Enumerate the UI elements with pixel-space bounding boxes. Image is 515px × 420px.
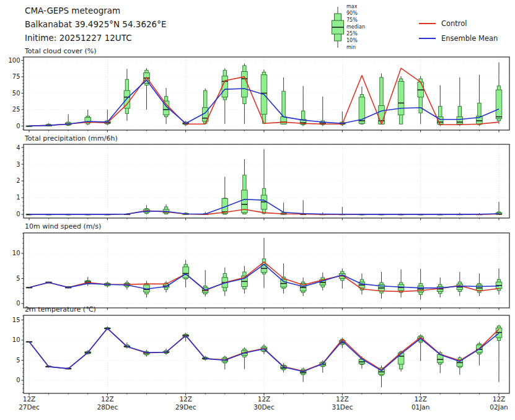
box-25-75 (320, 279, 326, 285)
control-line-sample (419, 23, 436, 24)
box-25-75 (124, 284, 130, 286)
box-25-75 (202, 108, 208, 121)
panel-cloud-cover: 0255075100 (8, 57, 509, 133)
box-25-75 (26, 342, 32, 343)
box-10-90 (478, 214, 481, 215)
boxplot (281, 263, 287, 294)
boxplot (105, 281, 111, 287)
box-25-75 (320, 214, 326, 215)
box-10-90 (301, 213, 304, 214)
box-10-90 (497, 326, 500, 340)
boxplot (300, 367, 306, 382)
boxplot (496, 268, 502, 294)
panel-title-precipitation: Total precipitation (mm/6h) (25, 134, 118, 142)
boxplot (144, 350, 150, 357)
legend-ensemble-mean-label: Ensemble Mean (441, 34, 498, 43)
box-10-90 (86, 116, 89, 125)
boxplot (26, 214, 32, 215)
box-25-75 (261, 75, 267, 115)
box-10-90 (184, 334, 187, 337)
boxplot (26, 287, 32, 288)
boxplot (222, 68, 228, 124)
boxplot (359, 273, 365, 294)
box-25-75 (105, 328, 111, 328)
meteogram: 025507510001234051005101512Z27Dec12Z28De… (0, 0, 515, 420)
box-10-90 (282, 212, 285, 214)
box-10-90 (380, 368, 383, 375)
y-tick-label: 5 (16, 357, 20, 364)
box-10-90 (341, 339, 344, 344)
boxplot (85, 350, 91, 354)
box-10-90 (184, 122, 187, 125)
panel-frame (24, 144, 509, 218)
box-10-90 (47, 366, 50, 367)
box-25-75 (359, 214, 365, 215)
box-25-75 (261, 265, 267, 273)
box-10-90 (399, 352, 402, 369)
box-10-90 (223, 357, 226, 363)
boxplot (359, 356, 365, 369)
box-10-90 (243, 66, 246, 103)
box-10-90 (125, 79, 128, 113)
boxplot (496, 202, 502, 214)
boxplot (477, 273, 483, 295)
box-10-90 (399, 282, 402, 292)
boxplot (124, 213, 130, 214)
box-25-75 (496, 328, 502, 338)
boxplot (418, 335, 424, 361)
boxplot (261, 69, 267, 124)
box-10-90 (164, 97, 167, 117)
x-tick-label: 12Z (101, 395, 114, 403)
legend-box-label: min (346, 44, 365, 51)
box-10-90 (86, 351, 89, 354)
box-10-90 (341, 271, 344, 281)
boxplot (300, 278, 306, 296)
control-line (29, 328, 499, 371)
box-25-75 (418, 214, 424, 215)
box-10-90 (497, 86, 500, 121)
x-tick-label: 28Dec (97, 403, 118, 411)
boxplot (398, 214, 404, 215)
box-10-90 (145, 209, 148, 214)
box-25-75 (496, 90, 502, 119)
box-10-90 (86, 214, 89, 215)
panel-frame (24, 57, 509, 130)
y-tick-label: 3 (16, 161, 20, 168)
x-tick-label: 01Jan (412, 403, 430, 411)
boxplot (105, 326, 111, 330)
y-tick-label: 10 (12, 336, 20, 343)
boxplot (261, 238, 267, 288)
box-25-75 (242, 190, 248, 212)
box-10-90 (27, 126, 30, 126)
boxplot (300, 200, 306, 214)
box-25-75 (300, 370, 306, 374)
boxplot (124, 281, 130, 290)
boxplot (457, 356, 463, 375)
box-25-75 (85, 281, 91, 284)
box-10-90 (223, 273, 226, 291)
legend-control-label: Control (441, 19, 467, 28)
box-25-75 (163, 284, 169, 287)
box-10-90 (380, 77, 383, 124)
boxplot (359, 87, 365, 124)
ensemble-mean-line (29, 265, 499, 290)
box-10-90 (399, 79, 402, 124)
boxplot (242, 266, 248, 294)
boxplot (281, 77, 287, 124)
boxplot (183, 333, 189, 341)
boxplot (398, 269, 404, 297)
box-10-90 (360, 95, 363, 125)
box-10-90 (458, 358, 461, 368)
y-tick-label: 0 (16, 300, 20, 307)
panel-title-cloud-cover: Total cloud cover (%) (25, 47, 97, 55)
boxplot (496, 325, 502, 382)
y-tick-label: 10 (12, 250, 20, 256)
boxplot (242, 64, 248, 125)
panel-wind-speed: 0510 (12, 233, 509, 310)
x-tick-label: 02Jan (490, 403, 508, 411)
boxplot (222, 356, 228, 369)
box-10-90 (301, 369, 304, 375)
boxplot (124, 343, 130, 349)
boxplot (26, 126, 32, 126)
box-25-75 (359, 97, 365, 123)
